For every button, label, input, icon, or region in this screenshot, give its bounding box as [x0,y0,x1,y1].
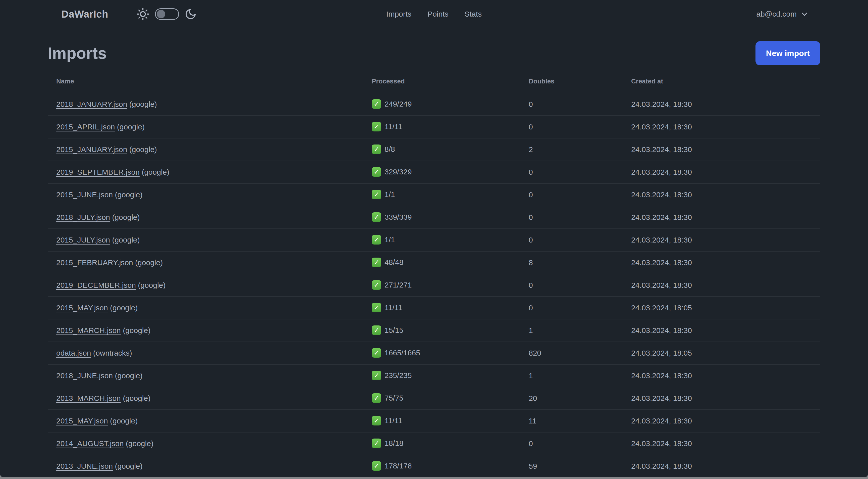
created-at-cell: 24.03.2024, 18:30 [623,364,820,387]
file-link[interactable]: 2019_DECEMBER.json [56,281,136,289]
doubles-cell: 11 [520,410,623,432]
processed-cell: ✓178/178 [363,455,520,477]
file-link[interactable]: 2013_JUNE.json [56,462,113,470]
table-row: 2015_APRIL.json (google)✓11/11024.03.202… [48,116,820,138]
file-source: (google) [121,394,150,402]
file-link[interactable]: 2014_AUGUST.json [56,439,124,448]
imports-page: Imports New import Name Processed Double… [48,41,820,477]
check-icon: ✓ [372,461,381,471]
doubles-cell: 0 [520,161,623,183]
processed-count: 1665/1665 [384,349,420,357]
doubles-cell: 59 [520,455,623,477]
name-cell: 2019_DECEMBER.json (google) [48,274,363,297]
processed-count: 1/1 [384,236,395,244]
page-header: Imports New import [48,41,820,65]
processed-cell: ✓11/11 [363,410,520,432]
file-link[interactable]: 2018_JULY.json [56,213,110,221]
created-at-cell: 24.03.2024, 18:30 [623,93,820,116]
table-row: 2019_DECEMBER.json (google)✓271/271024.0… [48,274,820,297]
file-source: (google) [133,258,163,267]
processed-count: 178/178 [384,462,412,470]
file-link[interactable]: 2015_JULY.json [56,236,110,244]
check-icon: ✓ [372,145,381,154]
doubles-cell: 1 [520,364,623,387]
processed-cell: ✓1/1 [363,183,520,206]
file-link[interactable]: 2018_JUNE.json [56,371,113,380]
new-import-button[interactable]: New import [755,41,820,65]
file-link[interactable]: 2015_FEBRUARY.json [56,258,133,267]
created-at-cell: 24.03.2024, 18:05 [623,297,820,319]
user-email: ab@cd.com [756,10,797,18]
table-row: 2015_JANUARY.json (google)✓8/8224.03.202… [48,138,820,161]
processed-count: 329/329 [384,168,412,176]
processed-count: 11/11 [384,303,402,311]
name-cell: 2015_MAY.json (google) [48,297,363,319]
table-row: 2015_JULY.json (google)✓1/1024.03.2024, … [48,229,820,251]
nav-link-points[interactable]: Points [428,10,448,18]
processed-count: 1/1 [384,190,395,199]
doubles-cell: 820 [520,342,623,364]
name-cell: 2015_FEBRUARY.json (google) [48,251,363,274]
processed-cell: ✓249/249 [363,93,520,116]
processed-count: 249/249 [384,100,412,108]
check-icon: ✓ [372,416,381,425]
processed-count: 271/271 [384,281,412,289]
file-link[interactable]: 2019_SEPTEMBER.json [56,168,140,176]
column-header-doubles: Doubles [520,72,623,93]
name-cell: 2014_AUGUST.json (google) [48,432,363,455]
file-source: (google) [140,168,169,176]
processed-count: 235/235 [384,371,412,380]
column-header-processed: Processed [363,72,520,93]
file-link[interactable]: odata.json [56,349,91,357]
processed-cell: ✓329/329 [363,161,520,183]
name-cell: 2018_JUNE.json (google) [48,364,363,387]
name-cell: 2015_JUNE.json (google) [48,183,363,206]
file-link[interactable]: 2013_MARCH.json [56,394,121,402]
app-logo[interactable]: DaWarIch [61,8,108,20]
file-link[interactable]: 2015_MAY.json [56,304,108,312]
processed-cell: ✓15/15 [363,319,520,342]
doubles-cell: 2 [520,138,623,161]
user-menu[interactable]: ab@cd.com [756,10,808,18]
check-icon: ✓ [372,393,381,403]
name-cell: 2015_JANUARY.json (google) [48,138,363,161]
doubles-cell: 0 [520,206,623,229]
file-source: (google) [127,145,157,154]
theme-switch[interactable] [155,8,179,20]
processed-count: 11/11 [384,416,402,425]
processed-cell: ✓271/271 [363,274,520,297]
file-link[interactable]: 2015_APRIL.json [56,123,115,131]
table-row: 2018_JANUARY.json (google)✓249/249024.03… [48,93,820,116]
check-icon: ✓ [372,190,381,199]
file-source: (google) [110,213,140,221]
table-row: 2015_MAY.json (google)✓11/111124.03.2024… [48,410,820,432]
check-icon: ✓ [372,325,381,335]
nav-link-imports[interactable]: Imports [386,10,411,18]
table-row: 2013_MARCH.json (google)✓75/752024.03.20… [48,387,820,410]
check-icon: ✓ [372,235,381,244]
file-source: (google) [121,326,150,334]
processed-count: 8/8 [384,145,395,153]
doubles-cell: 0 [520,93,623,116]
processed-count: 75/75 [384,394,403,402]
file-link[interactable]: 2015_MAY.json [56,417,108,425]
table-row: 2015_JUNE.json (google)✓1/1024.03.2024, … [48,183,820,206]
name-cell: 2015_MARCH.json (google) [48,319,363,342]
processed-cell: ✓1/1 [363,229,520,251]
file-source: (google) [108,417,137,425]
table-row: 2013_JUNE.json (google)✓178/1785924.03.2… [48,455,820,477]
doubles-cell: 0 [520,274,623,297]
nav-link-stats[interactable]: Stats [465,10,482,18]
table-row: 2015_FEBRUARY.json (google)✓48/48824.03.… [48,251,820,274]
processed-cell: ✓8/8 [363,138,520,161]
column-header-name: Name [48,72,363,93]
table-row: 2018_JULY.json (google)✓339/339024.03.20… [48,206,820,229]
file-link[interactable]: 2015_JANUARY.json [56,145,127,154]
doubles-cell: 8 [520,251,623,274]
doubles-cell: 20 [520,387,623,410]
file-link[interactable]: 2018_JANUARY.json [56,100,127,108]
created-at-cell: 24.03.2024, 18:30 [623,229,820,251]
name-cell: 2013_JUNE.json (google) [48,455,363,477]
file-link[interactable]: 2015_JUNE.json [56,190,113,199]
file-link[interactable]: 2015_MARCH.json [56,326,121,334]
